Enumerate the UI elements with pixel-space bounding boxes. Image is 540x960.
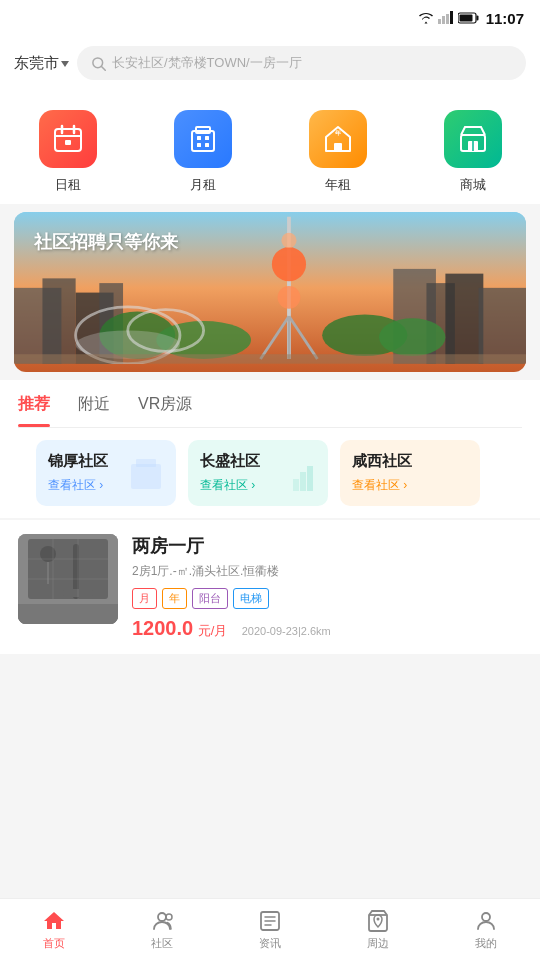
nav-item-news[interactable]: 资讯	[240, 909, 300, 951]
building-icon	[187, 123, 219, 155]
svg-rect-17	[205, 136, 209, 140]
svg-point-39	[379, 318, 445, 356]
svg-rect-1	[442, 16, 445, 24]
nav-item-nearby[interactable]: 周边	[348, 909, 408, 951]
menu-item-yearly[interactable]: 年 年租	[309, 110, 367, 194]
listing-meta: 2020-09-23|2.6km	[242, 625, 331, 637]
listing-title: 两房一厅	[132, 534, 522, 558]
svg-point-45	[278, 286, 301, 309]
status-time: 11:07	[486, 10, 524, 27]
listing-tags: 月 年 阳台 电梯	[132, 588, 522, 609]
search-box[interactable]: 长安社区/梵帝楼TOWN/一房一厅	[77, 46, 526, 80]
tabs-row: 推荐 附近 VR房源	[18, 394, 522, 428]
bottom-nav: 首页 社区 资讯 周边	[0, 898, 540, 960]
city-name: 东莞市	[14, 54, 59, 73]
menu-item-monthly[interactable]: 月租	[174, 110, 232, 194]
listing-price: 1200.0	[132, 617, 193, 639]
tag-month: 月	[132, 588, 157, 609]
svg-rect-16	[197, 136, 201, 140]
banner[interactable]: 社区招聘只等你来	[14, 212, 526, 372]
svg-rect-19	[205, 143, 209, 147]
nav-item-community[interactable]: 社区	[132, 909, 192, 951]
store-icon	[457, 123, 489, 155]
nav-label-nearby: 周边	[367, 936, 389, 951]
mall-label: 商城	[460, 176, 486, 194]
svg-rect-2	[446, 14, 449, 24]
svg-rect-5	[476, 16, 478, 21]
community-name-xianxi: 咸西社区	[352, 452, 468, 471]
monthly-icon-bg	[174, 110, 232, 168]
svg-point-58	[40, 546, 56, 562]
listing-subtitle: 2房1厅.-㎡.涌头社区.恒衢楼	[132, 563, 522, 580]
mine-nav-icon	[474, 909, 498, 933]
community-icon-changsheng	[278, 454, 318, 498]
svg-rect-6	[459, 15, 472, 22]
svg-rect-21	[334, 143, 342, 151]
svg-rect-54	[300, 472, 306, 491]
calendar-icon	[52, 123, 84, 155]
battery-icon	[458, 12, 480, 24]
community-link-xianxi[interactable]: 查看社区 ›	[352, 477, 468, 494]
daily-label: 日租	[55, 176, 81, 194]
listing-img-placeholder	[18, 534, 118, 624]
listing-price-row: 1200.0 元/月 2020-09-23|2.6km	[132, 617, 522, 640]
nav-label-news: 资讯	[259, 936, 281, 951]
svg-point-74	[377, 917, 380, 920]
svg-rect-29	[42, 278, 75, 363]
city-selector[interactable]: 东莞市	[14, 54, 69, 73]
monthly-label: 月租	[190, 176, 216, 194]
chevron-down-icon	[61, 61, 69, 67]
nav-label-mine: 我的	[475, 936, 497, 951]
search-header: 东莞市 长安社区/梵帝楼TOWN/一房一厅	[0, 36, 540, 92]
listing-info: 两房一厅 2房1厅.-㎡.涌头社区.恒衢楼 月 年 阳台 电梯 1200.0 元…	[132, 534, 522, 640]
yearly-label: 年租	[325, 176, 351, 194]
svg-rect-35	[479, 288, 526, 364]
listing-section[interactable]: 两房一厅 2房1厅.-㎡.涌头社区.恒衢楼 月 年 阳台 电梯 1200.0 元…	[0, 520, 540, 654]
listing-price-unit: 元/月	[198, 623, 228, 638]
tag-year: 年	[162, 588, 187, 609]
tab-recommend[interactable]: 推荐	[18, 394, 50, 417]
community-nav-icon	[150, 909, 174, 933]
svg-rect-66	[18, 604, 118, 624]
menu-item-mall[interactable]: 商城	[444, 110, 502, 194]
search-placeholder: 长安社区/梵帝楼TOWN/一房一厅	[112, 54, 302, 72]
svg-text:年: 年	[334, 129, 342, 136]
nav-label-community: 社区	[151, 936, 173, 951]
menu-item-daily[interactable]: 日租	[39, 110, 97, 194]
svg-point-44	[272, 247, 306, 281]
svg-rect-52	[136, 459, 156, 467]
tabs-section: 推荐 附近 VR房源 锦厚社区 查看社区 › 长盛社区 查看社区 ›	[0, 380, 540, 518]
tag-elevator: 电梯	[233, 588, 269, 609]
banner-bg: 社区招聘只等你来	[14, 212, 526, 372]
listing-image	[18, 534, 118, 624]
community-card-xianxi[interactable]: 咸西社区 查看社区 ›	[340, 440, 480, 506]
news-nav-icon	[258, 909, 282, 933]
svg-rect-55	[307, 466, 313, 491]
daily-icon	[39, 110, 97, 168]
nav-item-home[interactable]: 首页	[24, 909, 84, 951]
status-bar: 11:07	[0, 0, 540, 36]
tab-vr[interactable]: VR房源	[138, 394, 192, 417]
svg-line-8	[102, 66, 106, 70]
banner-text: 社区招聘只等你来	[34, 230, 178, 254]
yearly-icon-bg: 年	[309, 110, 367, 168]
house-icon: 年	[322, 123, 354, 155]
search-icon	[91, 56, 106, 71]
svg-rect-51	[131, 464, 161, 489]
svg-rect-13	[65, 140, 71, 145]
svg-rect-50	[14, 354, 526, 363]
home-nav-icon	[42, 909, 66, 933]
tab-nearby[interactable]: 附近	[78, 394, 110, 417]
svg-rect-0	[438, 19, 441, 24]
community-icon-jinhou	[126, 454, 166, 498]
svg-rect-34	[445, 274, 483, 364]
nav-item-mine[interactable]: 我的	[456, 909, 516, 951]
community-card-changsheng[interactable]: 长盛社区 查看社区 ›	[188, 440, 328, 506]
signal-icon	[438, 11, 454, 25]
status-icons	[418, 11, 480, 25]
tag-balcony: 阳台	[192, 588, 228, 609]
mall-icon-bg	[444, 110, 502, 168]
svg-point-67	[158, 913, 166, 921]
community-scroll: 锦厚社区 查看社区 › 长盛社区 查看社区 › 咸西社区 查看	[18, 428, 522, 518]
community-card-jinhou[interactable]: 锦厚社区 查看社区 ›	[36, 440, 176, 506]
